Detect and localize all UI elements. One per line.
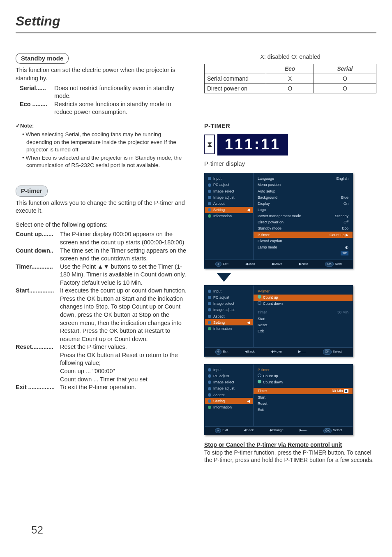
osd-panel-head: P-timer xyxy=(254,367,353,373)
cell-label: Serial command xyxy=(205,74,266,84)
osd-footer: ⎆Exit ◀Back ◆Change ▶----- OKSelect xyxy=(205,426,353,435)
def-row: Serial...... Does not restrict functiona… xyxy=(20,84,188,100)
def-term: Reset............. xyxy=(16,343,60,383)
osd-option-selected: Count up xyxy=(254,295,353,301)
osd-left-nav: Input PC adjust Image select Image adjus… xyxy=(205,173,253,260)
ptimer-value: 111:11 xyxy=(217,134,288,155)
def-row: Eco ......... Restricts some functions i… xyxy=(20,100,188,116)
hourglass-icon: ⧗ xyxy=(204,135,215,154)
stop-cancel-body: To stop the P-timer function, press the … xyxy=(204,449,376,464)
ptimer-select-line: Select one of the following options: xyxy=(16,221,188,229)
osd-left-nav: Input PC adjust Image select Image adjus… xyxy=(205,364,253,426)
cell: O xyxy=(314,84,376,93)
ptimer-display: ⧗ 111:11 xyxy=(204,134,376,155)
def-desc: The P-timer display 000:00 appears on th… xyxy=(60,230,188,246)
def-desc: The time set in the Timer setting appear… xyxy=(60,247,188,263)
standby-pill: Standby mode xyxy=(16,53,69,64)
standby-section: Standby mode This function can set the e… xyxy=(16,53,188,169)
cell: O xyxy=(266,84,314,93)
standby-table: Eco Serial Serial command X O Direct pow… xyxy=(204,64,376,94)
stop-cancel-title: Stop or Cancel the P-timer via Remote co… xyxy=(204,441,376,449)
osd-nav-item: Image adjust xyxy=(205,194,253,200)
legend: X: disabled O: enabled xyxy=(204,53,376,61)
def-desc: Use the Point ▲▼ buttons to set the Time… xyxy=(60,263,188,287)
page-title: Setting xyxy=(16,12,376,33)
table-row: Serial command X O xyxy=(205,74,376,84)
osd-nav-item: Aspect xyxy=(205,200,253,207)
osd-panel-head: P-timer xyxy=(254,288,353,294)
osd-screenshot-2: Input PC adjust Image select Image adjus… xyxy=(204,285,353,356)
ptimer-intro: This function allows you to change the s… xyxy=(16,199,188,215)
th-serial: Serial xyxy=(314,64,376,74)
th-eco: Eco xyxy=(266,64,314,74)
def-desc: Does not restrict functionality even in … xyxy=(54,84,188,100)
osd-nav-item: Image select xyxy=(205,188,253,194)
def-term: Eco ......... xyxy=(20,100,54,116)
cell-label: Direct power on xyxy=(205,84,266,93)
osd-left-nav: Input PC adjust Image select Image adjus… xyxy=(205,285,253,347)
cell: O xyxy=(314,74,376,84)
def-desc: Reset the P-timer values. Press the OK b… xyxy=(60,343,188,383)
osd-right-panel: LanguageEnglish Menu position Auto setup… xyxy=(253,173,353,260)
def-term: Start............... xyxy=(16,287,60,343)
standby-intro: This function can set the electric power… xyxy=(16,66,188,82)
arrow-down-icon xyxy=(217,273,231,282)
osd-item-highlighted: Timer 30 Min ◆ xyxy=(254,388,353,394)
def-term: Timer............. xyxy=(16,263,60,287)
ptimer-heading: P-TIMER xyxy=(204,122,376,130)
def-term: Exit ................ xyxy=(16,383,60,392)
ptimer-caption: P-timer display xyxy=(204,160,376,168)
def-desc: To exit the P-timer operation. xyxy=(60,383,188,392)
page-number: 52 xyxy=(31,523,43,537)
table-row: Direct power on O O xyxy=(205,84,376,93)
def-term: Serial...... xyxy=(20,84,54,100)
def-desc: Restricts some functions in standby mode… xyxy=(54,100,188,116)
ptimer-pill: P-timer xyxy=(16,186,48,196)
osd-nav-item-selected: Setting◀ xyxy=(205,207,253,213)
th-blank xyxy=(205,64,266,74)
note-item: When selecting Serial, the cooling fans … xyxy=(21,131,188,153)
cell: X xyxy=(266,74,314,84)
def-term: Count up....... xyxy=(16,230,60,246)
osd-nav-item: Information xyxy=(205,213,253,219)
ptimer-defs: Count up.......The P-timer display 000:0… xyxy=(16,230,188,391)
osd-footer: ⎆Exit ◀Back ◆Move ▶Next OKNext xyxy=(205,260,353,268)
table-header-row: Eco Serial xyxy=(205,64,376,74)
osd-nav-item: PC adjust xyxy=(205,182,253,188)
osd-nav-item: Input xyxy=(205,176,253,182)
ptimer-section: P-timer This function allows you to chan… xyxy=(16,186,188,391)
osd-footer: ⎆Exit ◀Back ◆Move ▶----- OKSelect xyxy=(205,347,353,356)
note-heading: ✓Note: xyxy=(16,122,188,130)
def-term: Count down.. xyxy=(16,247,60,263)
stepper-icon: ◆ xyxy=(344,389,348,393)
note-list: When selecting Serial, the cooling fans … xyxy=(16,131,188,169)
def-desc: It executes the count up or count down f… xyxy=(60,287,188,343)
osd-item-highlighted: P-timerCount up ▶ xyxy=(254,232,353,238)
left-column: Standby mode This function can set the e… xyxy=(16,53,188,464)
right-column: X: disabled O: enabled Eco Serial Serial… xyxy=(204,53,376,464)
note-item: When Eco is selected and the projector i… xyxy=(21,154,188,169)
standby-defs: Serial...... Does not restrict functiona… xyxy=(16,84,188,116)
osd-screenshot-1: Input PC adjust Image select Image adjus… xyxy=(204,173,353,269)
osd-screenshot-3: Input PC adjust Image select Image adjus… xyxy=(204,364,353,435)
osd-pager: 1/2 xyxy=(341,251,348,256)
